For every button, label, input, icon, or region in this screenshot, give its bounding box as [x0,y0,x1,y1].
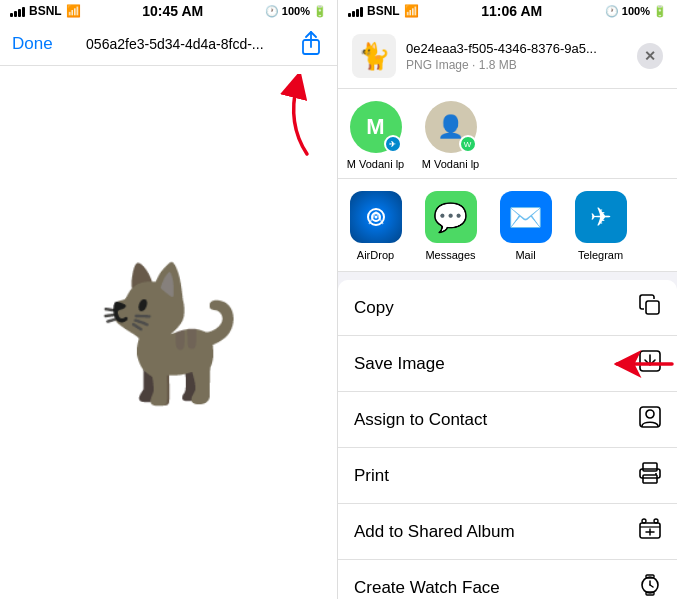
contact-avatar-1: M ✈ [350,101,402,153]
cat-thumb-icon: 🐈 [358,41,390,72]
contact-svg [639,406,661,428]
save-image-label: Save Image [354,354,445,374]
file-size-sep: · [472,58,479,72]
airdrop-label: AirDrop [357,249,394,261]
print-icon [639,462,661,489]
clock-icon-right: 🕐 [605,5,619,18]
save-image-action[interactable]: Save Image [338,336,677,392]
action-group: Copy Save Image [338,280,677,599]
file-meta: PNG Image · 1.8 MB [406,58,627,72]
watch-face-label: Create Watch Face [354,578,500,598]
file-info: 0e24eaa3-f505-4346-8376-9a5... PNG Image… [406,41,627,72]
whatsapp-icon-2: W [464,140,472,149]
share-button-left[interactable] [297,30,325,58]
share-icon-svg [300,31,322,57]
battery-left: 100% [282,5,310,17]
red-arrow-save [602,339,677,389]
copy-svg [639,294,661,316]
svg-rect-5 [646,301,659,314]
telegram-badge-1: ✈ [384,135,402,153]
status-bar-right: BSNL 📶 11:06 AM 🕐 100% 🔋 [338,0,677,22]
share-header: 🐈 0e24eaa3-f505-4346-8376-9a5... PNG Ima… [338,22,677,89]
svg-point-8 [646,410,654,418]
action-list: Copy Save Image [338,272,677,599]
telegram-icon-1: ✈ [389,140,396,149]
signal-icon [10,5,25,17]
left-panel: BSNL 📶 10:45 AM 🕐 100% 🔋 Done 056a2fe3-5… [0,0,338,599]
battery-right: 100% [622,5,650,17]
print-action[interactable]: Print [338,448,677,504]
contact-item-2[interactable]: 👤 W M Vodani lp [413,101,488,170]
app-telegram[interactable]: ✈ Telegram [563,191,638,261]
file-name: 0e24eaa3-f505-4346-8376-9a5... [406,41,626,56]
print-svg [639,462,661,484]
messages-emoji: 💬 [433,201,468,234]
contact-avatar-icon-2: 👤 [437,114,464,140]
shared-album-icon [639,518,661,545]
telegram-icon: ✈ [575,191,627,243]
app-mail[interactable]: ✉️ Mail [488,191,563,261]
assign-contact-label: Assign to Contact [354,410,487,430]
file-type: PNG Image [406,58,469,72]
share-sheet: 🐈 0e24eaa3-f505-4346-8376-9a5... PNG Ima… [338,22,677,599]
close-button[interactable]: ✕ [637,43,663,69]
assign-contact-icon [639,406,661,433]
telegram-emoji: ✈ [590,202,612,233]
contacts-row: M ✈ M Vodani lp 👤 W M Vodani lp [338,89,677,179]
airdrop-svg [361,202,391,232]
album-svg [639,518,661,540]
mail-icon: ✉️ [500,191,552,243]
svg-rect-11 [643,475,657,483]
whatsapp-badge-2: W [459,135,477,153]
airdrop-icon [350,191,402,243]
status-bar-left: BSNL 📶 10:45 AM 🕐 100% 🔋 [0,0,337,22]
svg-point-4 [374,216,377,219]
signal-icon-right [348,5,363,17]
file-title-left: 056a2fe3-5d34-4d4a-8fcd-... [53,36,297,52]
copy-action[interactable]: Copy [338,280,677,336]
battery-area-right: 🕐 100% 🔋 [605,5,667,18]
battery-area-left: 🕐 100% 🔋 [265,5,327,18]
clock-icon-left: 🕐 [265,5,279,18]
mail-label: Mail [515,249,535,261]
done-button[interactable]: Done [12,34,53,54]
file-size: 1.8 MB [479,58,517,72]
watch-face-action[interactable]: Create Watch Face [338,560,677,599]
carrier-right: BSNL 📶 [348,4,419,18]
shared-album-action[interactable]: Add to Shared Album [338,504,677,560]
contact-name-2: M Vodani lp [422,158,479,170]
messages-icon: 💬 [425,191,477,243]
contact-item-1[interactable]: M ✈ M Vodani lp [338,101,413,170]
copy-icon [639,294,661,321]
wifi-icon-left: 📶 [66,4,81,18]
contact-avatar-wrapper-2: 👤 W [425,101,477,153]
battery-icon-right: 🔋 [653,5,667,18]
contact-name-1: M Vodani lp [347,158,404,170]
cat-image: 🐈 [88,268,250,398]
svg-point-16 [654,519,658,523]
carrier-name-left: BSNL [29,4,62,18]
right-panel: BSNL 📶 11:06 AM 🕐 100% 🔋 🐈 0e24eaa3-f505… [338,0,677,599]
time-right: 11:06 AM [481,3,542,19]
wifi-icon-right: 📶 [404,4,419,18]
svg-line-23 [650,585,653,587]
time-left: 10:45 AM [142,3,203,19]
apps-row: AirDrop 💬 Messages ✉️ Mail ✈ Telegram [338,179,677,272]
svg-point-13 [655,473,657,475]
copy-label: Copy [354,298,394,318]
svg-point-15 [642,519,646,523]
print-label: Print [354,466,389,486]
file-thumbnail: 🐈 [352,34,396,78]
messages-label: Messages [425,249,475,261]
mail-emoji: ✉️ [508,201,543,234]
shared-album-label: Add to Shared Album [354,522,515,542]
app-messages[interactable]: 💬 Messages [413,191,488,261]
assign-contact-action[interactable]: Assign to Contact [338,392,677,448]
contact-initial-1: M [366,114,384,140]
telegram-label: Telegram [578,249,623,261]
carrier-name-right: BSNL [367,4,400,18]
app-airdrop[interactable]: AirDrop [338,191,413,261]
watch-svg [639,574,661,596]
red-arrow-left [257,74,327,164]
battery-icon-left: 🔋 [313,5,327,18]
